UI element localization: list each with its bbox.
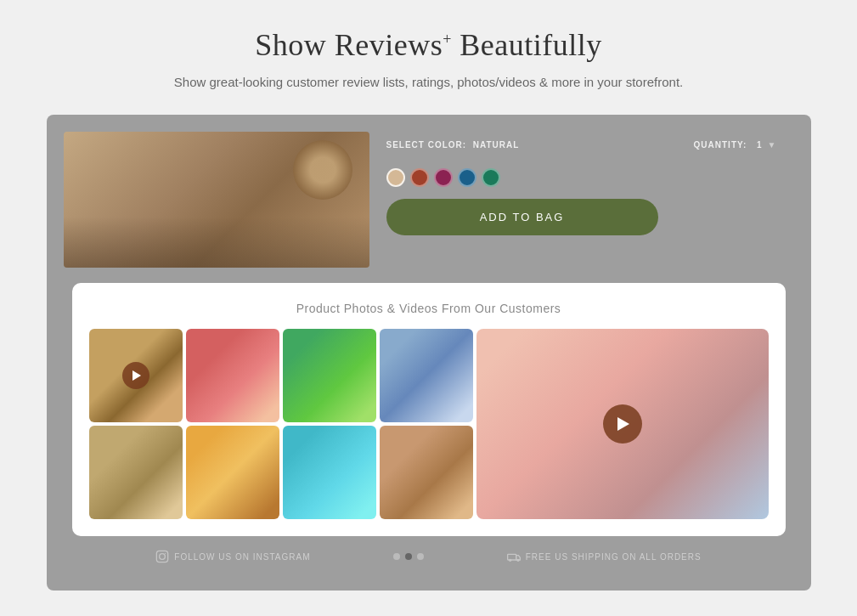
color-quantity-row: SELECT COLOR: NATURAL QUANTITY: 1 ▼ [386, 140, 777, 150]
swatch-blue[interactable] [458, 168, 476, 187]
photo-thumb-7[interactable] [283, 426, 376, 519]
quantity-label: QUANTITY: 1 ▼ [694, 140, 777, 150]
product-controls: SELECT COLOR: NATURAL QUANTITY: 1 ▼ ADD … [369, 132, 794, 268]
photo-thumb-3[interactable] [283, 329, 376, 422]
color-label: SELECT COLOR: NATURAL [386, 140, 520, 150]
product-image [64, 132, 369, 268]
dot-3[interactable] [417, 553, 424, 560]
chevron-down-icon[interactable]: ▼ [768, 140, 777, 150]
instagram-label: FOLLOW US ON INSTAGRAM [174, 552, 310, 562]
subtitle-text: Show great-looking customer review lists… [34, 75, 823, 89]
play-button-large[interactable] [603, 404, 642, 444]
browser-window: SELECT COLOR: NATURAL QUANTITY: 1 ▼ ADD … [47, 115, 811, 591]
title-text: Show Reviews [255, 28, 443, 62]
photo-grid [89, 329, 769, 519]
page-title: Show Reviews+ Beautifully [34, 27, 823, 63]
dot-navigation [393, 553, 424, 560]
product-area: SELECT COLOR: NATURAL QUANTITY: 1 ▼ ADD … [64, 132, 794, 268]
ugc-section: Product Photos & Videos From Our Custome… [72, 283, 786, 536]
photo-thumb-1[interactable] [89, 329, 183, 422]
swatch-rust[interactable] [410, 168, 429, 187]
photo-thumb-2[interactable] [186, 329, 279, 422]
footer-bar: FOLLOW US ON INSTAGRAM FREE US SHIPPING … [64, 540, 794, 574]
svg-point-1 [160, 554, 166, 560]
shipping-icon [507, 550, 521, 563]
instagram-icon [155, 550, 169, 563]
dot-1[interactable] [393, 553, 400, 560]
swatch-natural[interactable] [386, 168, 405, 187]
svg-rect-3 [507, 554, 516, 560]
header-section: Show Reviews+ Beautifully Show great-loo… [0, 0, 857, 106]
shipping-label: FREE US SHIPPING ON ALL ORDERS [526, 552, 702, 562]
swatch-teal[interactable] [482, 168, 500, 187]
dot-2[interactable] [405, 553, 412, 560]
photo-thumb-6[interactable] [186, 426, 279, 519]
photo-thumb-large[interactable] [476, 329, 769, 519]
title-sup: + [443, 31, 452, 48]
photo-thumb-8[interactable] [380, 426, 473, 519]
play-button-1[interactable] [122, 362, 149, 389]
title-end: Beautifully [452, 28, 602, 62]
photo-thumb-5[interactable] [89, 426, 183, 519]
color-swatches [386, 168, 777, 187]
svg-rect-0 [157, 551, 168, 562]
ugc-title: Product Photos & Videos From Our Custome… [89, 302, 769, 315]
photo-thumb-4[interactable] [380, 329, 473, 422]
svg-point-2 [165, 553, 166, 554]
shipping-footer: FREE US SHIPPING ON ALL ORDERS [507, 550, 702, 563]
instagram-footer: FOLLOW US ON INSTAGRAM [155, 550, 310, 563]
add-to-bag-button[interactable]: ADD TO BAG [386, 199, 658, 235]
swatch-berry[interactable] [434, 168, 453, 187]
